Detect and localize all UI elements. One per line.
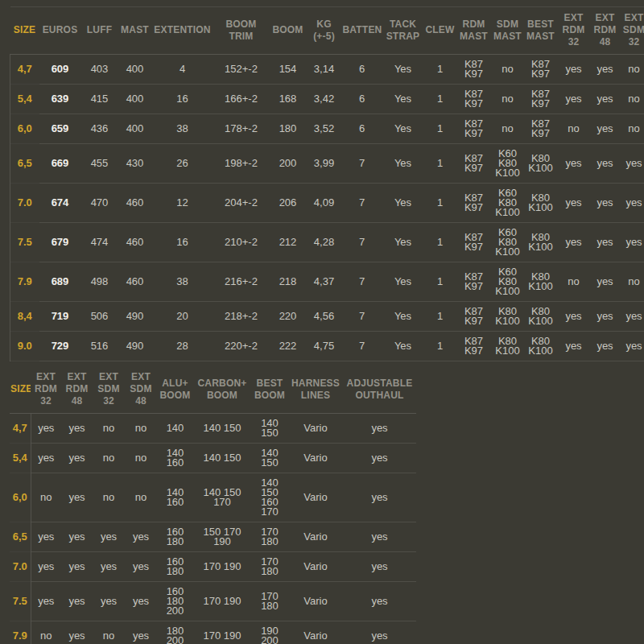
spec-cell: 152+-2 (213, 55, 270, 85)
header-row: SIZEEXT RDM 32EXT RDM 48EXT SDM 32EXT SD… (10, 366, 416, 414)
spec-cell: 4,09 (307, 184, 342, 223)
spec-cell: 1 (424, 223, 456, 262)
column-header: EUROS (39, 7, 81, 55)
spec-cell: Vario (288, 522, 343, 552)
spec-cell: 719 (39, 302, 81, 332)
spec-cell: yes (61, 582, 93, 621)
spec-cell: yes (61, 522, 93, 552)
table-row: 7.968949846038216+-22184,377Yes1K87 K97K… (10, 262, 644, 302)
spec-cell: 7 (342, 332, 382, 361)
spec-cell: yes (343, 552, 416, 582)
spec-cell: Yes (382, 223, 424, 262)
spec-cell: 403 (81, 55, 118, 85)
spec-cell: 460 (118, 184, 152, 223)
column-header: KG (+-5) (307, 7, 342, 55)
spec-cell: no (621, 262, 644, 302)
spec-cell: 38 (152, 114, 213, 144)
spec-cell: 490 (118, 332, 152, 361)
spec-cell: 140 (157, 414, 193, 444)
spec-cell: 160 180 200 (157, 582, 193, 621)
spec-cell: 26 (152, 144, 213, 184)
spec-cell: no (31, 621, 61, 644)
spec-cell: K80 K100 (492, 332, 524, 361)
spec-cell: 180 (270, 114, 307, 144)
spec-cell: yes (61, 552, 93, 582)
spec-cell: yes (590, 302, 621, 332)
spec-cell: 160 180 (157, 552, 193, 582)
spec-cell: 4 (152, 55, 213, 85)
spec-cell: K80 K100 (524, 332, 558, 361)
spec-cell: 7 (342, 223, 382, 262)
column-header: SDM MAST (492, 7, 524, 55)
spec-cell: 6 (342, 85, 382, 114)
spec-cell: 4,56 (307, 302, 342, 332)
spec-cell: K87 K97 (456, 184, 492, 223)
spec-cell: K87 K97 (456, 223, 492, 262)
spec-cell: 4,75 (307, 332, 342, 361)
column-header: EXT SDM 48 (125, 366, 157, 414)
spec-cell: K80 K100 (492, 302, 524, 332)
spec-cell: 170 180 (251, 552, 288, 582)
spec-cell: yes (61, 444, 93, 473)
spec-cell: 212 (270, 223, 307, 262)
spec-cell: yes (125, 582, 157, 621)
spec-cell: 200 (270, 144, 307, 184)
spec-cell: K87 K97 (456, 85, 492, 114)
spec-cell: 6 (342, 114, 382, 144)
spec-cell: 206 (270, 184, 307, 223)
spec-cell: Yes (382, 262, 424, 302)
spec-cell: 160 180 (157, 522, 193, 552)
size-cell: 7.5 (10, 582, 31, 621)
spec-cell: Vario (288, 582, 343, 621)
spec-cell: K80 K100 (524, 262, 558, 302)
spec-cell: 220+-2 (213, 332, 270, 361)
spec-cell: no (125, 473, 157, 522)
spec-cell: yes (590, 114, 621, 144)
spec-cell: K87 K97 (456, 144, 492, 184)
spec-cell: K87 K97 (456, 55, 492, 85)
spec-cell: 4,37 (307, 262, 342, 302)
spec-cell: yes (621, 184, 644, 223)
spec-cell: yes (621, 223, 644, 262)
spec-cell: Vario (288, 473, 343, 522)
spec-cell: yes (558, 332, 590, 361)
column-header: LUFF (81, 7, 118, 55)
table-row: 4,7yesyesnono140140 150140 150Varioyes (10, 414, 416, 444)
table-row: 7.0yesyesyesyes160 180170 190170 180Vari… (10, 552, 416, 582)
spec-cell: 1 (424, 262, 456, 302)
spec-cell: K87 K97 (524, 55, 558, 85)
spec-cell: no (492, 85, 524, 114)
spec-cell: 166+-2 (213, 85, 270, 114)
spec-cell: 490 (118, 302, 152, 332)
spec-cell: yes (93, 552, 125, 582)
spec-cell: 170 190 (193, 621, 251, 644)
spec-cell: Yes (382, 184, 424, 223)
spec-cell: 6 (342, 55, 382, 85)
spec-cell: 460 (118, 262, 152, 302)
spec-cell: 498 (81, 262, 118, 302)
spec-cell: 7 (342, 262, 382, 302)
spec-cell: yes (343, 444, 416, 473)
spec-cell: K87 K97 (456, 302, 492, 332)
spec-cell: 222 (270, 332, 307, 361)
spec-cell: yes (590, 262, 621, 302)
spec-cell: yes (125, 621, 157, 644)
size-cell: 6,0 (10, 114, 39, 144)
spec-cell: yes (61, 414, 93, 444)
spec-cell: 639 (39, 85, 81, 114)
spec-cell: 1 (424, 302, 456, 332)
size-cell: 7.9 (10, 262, 39, 302)
column-header: BEST MAST (524, 7, 558, 55)
spec-cell: 4,28 (307, 223, 342, 262)
spec-cell: Vario (288, 444, 343, 473)
column-header: EXT SDM 32 (621, 7, 644, 55)
spec-cell: yes (621, 302, 644, 332)
spec-cell: 168 (270, 85, 307, 114)
size-cell: 5,4 (10, 444, 31, 473)
spec-cell: Yes (382, 302, 424, 332)
spec-cell: 154 (270, 55, 307, 85)
spec-cell: Yes (382, 144, 424, 184)
spec-cell: yes (125, 522, 157, 552)
spec-cell: 400 (118, 114, 152, 144)
spec-cell: 689 (39, 262, 81, 302)
